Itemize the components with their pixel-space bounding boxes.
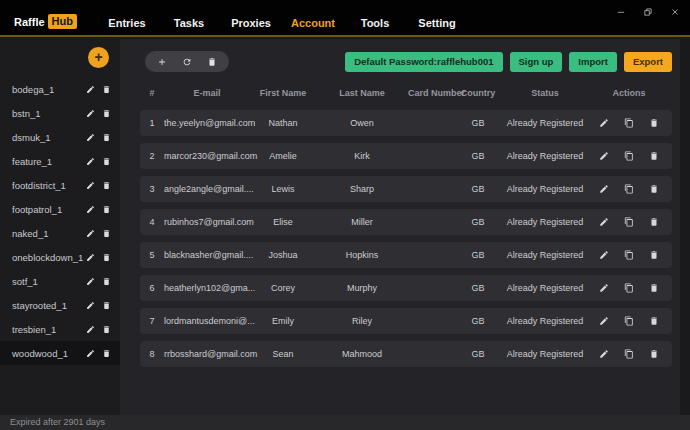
copy-account-icon[interactable] [624, 118, 634, 128]
edit-profile-icon[interactable] [86, 325, 95, 334]
edit-account-icon[interactable] [599, 217, 609, 227]
table-actions-pill [145, 51, 229, 72]
edit-account-icon[interactable] [599, 250, 609, 260]
profile-item-actions [86, 181, 111, 190]
cell-number: 4 [140, 217, 164, 227]
add-account-icon[interactable] [157, 57, 167, 67]
sidebar-profile-item[interactable]: footdistrict_1 [0, 173, 120, 197]
edit-profile-icon[interactable] [86, 301, 95, 310]
cell-actions [586, 316, 672, 326]
delete-profile-icon[interactable] [102, 181, 111, 190]
edit-profile-icon[interactable] [86, 349, 95, 358]
nav-tab-proxies[interactable]: Proxies [220, 17, 282, 29]
edit-profile-icon[interactable] [86, 277, 95, 286]
cell-first-name: Elise [250, 217, 316, 227]
nav-tab-entries[interactable]: Entries [96, 17, 158, 29]
account-toolbar: Default Password:rafflehub001 Sign up Im… [140, 51, 672, 72]
edit-profile-icon[interactable] [86, 205, 95, 214]
delete-profile-icon[interactable] [102, 325, 111, 334]
delete-accounts-icon[interactable] [207, 57, 217, 67]
delete-profile-icon[interactable] [102, 157, 111, 166]
table-row: 3 angle2angle@gmail.... Lewis Sharp GB A… [140, 176, 672, 202]
nav-tab-setting[interactable]: Setting [406, 17, 468, 29]
sign-up-button[interactable]: Sign up [510, 52, 563, 72]
sidebar-profile-item[interactable]: tresbien_1 [0, 317, 120, 341]
edit-profile-icon[interactable] [86, 85, 95, 94]
profile-item-actions [86, 109, 111, 118]
edit-profile-icon[interactable] [86, 133, 95, 142]
profile-name: woodwood_1 [12, 348, 86, 359]
copy-account-icon[interactable] [624, 217, 634, 227]
delete-account-icon[interactable] [649, 283, 659, 293]
export-button[interactable]: Export [624, 52, 672, 72]
nav-tab-account[interactable]: Account [282, 17, 344, 29]
delete-profile-icon[interactable] [102, 277, 111, 286]
sidebar-profile-item[interactable]: feature_1 [0, 149, 120, 173]
refresh-icon[interactable] [182, 57, 192, 67]
profiles-sidebar: + bodega_1 bstn_1 dsmuk_1 feature_1 foot… [0, 39, 120, 415]
sidebar-profile-item[interactable]: bodega_1 [0, 77, 120, 101]
cell-last-name: Riley [316, 316, 408, 326]
copy-account-icon[interactable] [624, 316, 634, 326]
delete-account-icon[interactable] [649, 316, 659, 326]
restore-icon[interactable] [643, 7, 653, 17]
delete-account-icon[interactable] [649, 151, 659, 161]
edit-profile-icon[interactable] [86, 253, 95, 262]
sidebar-profile-item[interactable]: dsmuk_1 [0, 125, 120, 149]
profile-name: tresbien_1 [12, 324, 86, 335]
copy-account-icon[interactable] [624, 283, 634, 293]
sidebar-profile-item[interactable]: oneblockdown_1 [0, 245, 120, 269]
delete-profile-icon[interactable] [102, 205, 111, 214]
edit-account-icon[interactable] [599, 151, 609, 161]
delete-account-icon[interactable] [649, 118, 659, 128]
copy-account-icon[interactable] [624, 349, 634, 359]
copy-account-icon[interactable] [624, 151, 634, 161]
minimize-icon[interactable] [616, 7, 626, 17]
delete-profile-icon[interactable] [102, 229, 111, 238]
delete-account-icon[interactable] [649, 349, 659, 359]
sidebar-profile-item[interactable]: naked_1 [0, 221, 120, 245]
edit-account-icon[interactable] [599, 184, 609, 194]
delete-profile-icon[interactable] [102, 301, 111, 310]
edit-profile-icon[interactable] [86, 229, 95, 238]
sidebar-profile-item[interactable]: footpatrol_1 [0, 197, 120, 221]
delete-profile-icon[interactable] [102, 253, 111, 262]
sidebar-profile-item[interactable]: woodwood_1 [0, 341, 120, 365]
edit-profile-icon[interactable] [86, 181, 95, 190]
copy-account-icon[interactable] [624, 184, 634, 194]
profile-item-actions [86, 205, 111, 214]
add-profile-button[interactable]: + [88, 47, 109, 68]
edit-account-icon[interactable] [599, 118, 609, 128]
cell-email: rrbosshard@gmail.com [164, 349, 250, 359]
edit-account-icon[interactable] [599, 349, 609, 359]
profile-name: oneblockdown_1 [12, 252, 86, 263]
profile-name: stayrooted_1 [12, 300, 86, 311]
sidebar-profile-item[interactable]: stayrooted_1 [0, 293, 120, 317]
delete-account-icon[interactable] [649, 184, 659, 194]
edit-profile-icon[interactable] [86, 109, 95, 118]
cell-number: 1 [140, 118, 164, 128]
table-row: 8 rrbosshard@gmail.com Sean Mahmood GB A… [140, 341, 672, 367]
nav-tab-tasks[interactable]: Tasks [158, 17, 220, 29]
edit-profile-icon[interactable] [86, 157, 95, 166]
column-header: Last Name [316, 88, 408, 98]
close-icon[interactable] [670, 7, 680, 17]
import-button[interactable]: Import [569, 52, 617, 72]
sidebar-profile-item[interactable]: sotf_1 [0, 269, 120, 293]
table-row: 6 heatherlyn102@gma... Corey Murphy GB A… [140, 275, 672, 301]
copy-account-icon[interactable] [624, 250, 634, 260]
cell-first-name: Nathan [250, 118, 316, 128]
delete-profile-icon[interactable] [102, 109, 111, 118]
delete-profile-icon[interactable] [102, 133, 111, 142]
column-header: Status [504, 88, 586, 98]
nav-tab-tools[interactable]: Tools [344, 17, 406, 29]
edit-account-icon[interactable] [599, 283, 609, 293]
edit-account-icon[interactable] [599, 316, 609, 326]
delete-profile-icon[interactable] [102, 85, 111, 94]
delete-account-icon[interactable] [649, 250, 659, 260]
delete-account-icon[interactable] [649, 217, 659, 227]
default-password-button[interactable]: Default Password:rafflehub001 [345, 52, 502, 72]
delete-profile-icon[interactable] [102, 349, 111, 358]
cell-last-name: Owen [316, 118, 408, 128]
sidebar-profile-item[interactable]: bstn_1 [0, 101, 120, 125]
